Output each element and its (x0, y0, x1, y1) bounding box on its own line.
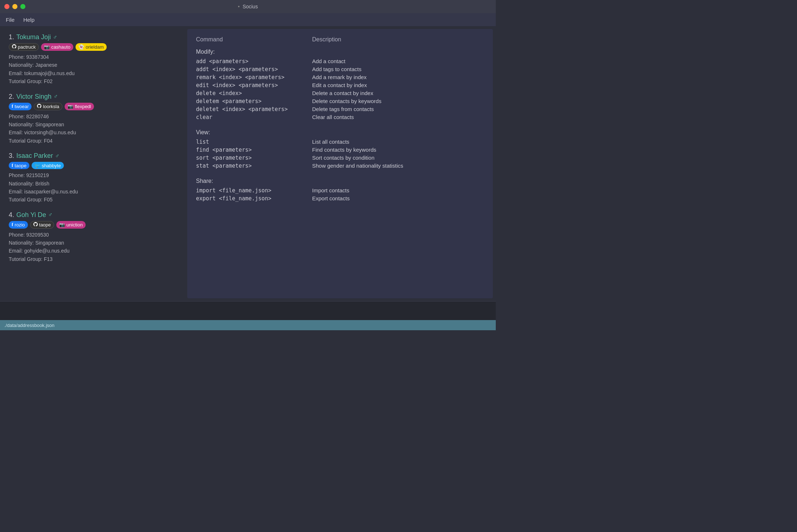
github-icon (12, 44, 16, 50)
tag-instagram: 📷flexpedl (65, 103, 94, 110)
cmd-row: sort <parameters>Sort contacts by condit… (196, 155, 484, 161)
app-title: • Socius (238, 4, 258, 9)
cmd-desc: Export contacts (312, 195, 484, 202)
tag-instagram: 📷cashauto (41, 43, 73, 51)
contact-detail: Phone: 82280746Nationality: SingaporeanE… (9, 112, 179, 145)
main-area: 1. Tokuma Joji♂pactruck📷cashauto👻orielda… (0, 26, 496, 301)
cmd-desc: Find contacts by keywords (312, 147, 484, 153)
cmd-desc: Add a contact (312, 58, 484, 65)
contact-tags: ftaope🐦shabbyte (9, 162, 179, 169)
cmd-command: stat <parameters> (196, 163, 312, 169)
contact-index: 3. (9, 152, 14, 160)
cmd-row: deletem <parameters>Delete contacts by k… (196, 98, 484, 105)
contact-index: 2. (9, 93, 14, 101)
cmd-row: remark <index> <parameters>Add a remark … (196, 74, 484, 81)
cmd-desc: Delete a contact by index (312, 90, 484, 97)
input-area[interactable] (0, 301, 496, 320)
tag-instagram: 📷uniction (56, 221, 86, 229)
cmd-row: edit <index> <parameters>Edit a contact … (196, 82, 484, 89)
cmd-command: export <file_name.json> (196, 195, 312, 202)
contact-index: 1. (9, 33, 14, 41)
contact-tags: ftwoearloorksla📷flexpedl (9, 103, 179, 110)
contact-name-text: Isaac Parker (16, 152, 53, 160)
contact-detail: Phone: 93387304Nationality: JapaneseEmai… (9, 53, 179, 86)
tag-handle: taope (39, 222, 51, 228)
command-panel[interactable]: Command Description Modify:add <paramete… (187, 29, 493, 298)
contact-tags: pactruck📷cashauto👻orieldam (9, 43, 179, 51)
cmd-desc: Delete contacts by keywords (312, 98, 484, 105)
title-dot: • (238, 4, 240, 9)
contact-entry: 4. Goh Yi De♂froziotaope📷unictionPhone: … (9, 211, 179, 263)
tag-handle: twoear (15, 104, 29, 109)
header-command: Command (196, 36, 312, 43)
cmd-command: import <file_name.json> (196, 187, 312, 194)
tag-twitter: 🐦shabbyte (32, 162, 64, 169)
contact-name-text: Victor Singh (16, 93, 52, 101)
contact-name-text: Goh Yi De (16, 211, 46, 219)
cmd-row: export <file_name.json>Export contacts (196, 195, 484, 202)
github-icon (33, 222, 38, 228)
header-description: Description (312, 36, 484, 43)
contact-entry: 3. Isaac Parker♂ftaope🐦shabbytePhone: 92… (9, 152, 179, 204)
contact-index: 4. (9, 211, 14, 219)
facebook-icon: f (12, 163, 13, 168)
contact-name: 2. Victor Singh♂ (9, 93, 179, 101)
tag-handle: orieldam (86, 44, 104, 50)
tag-handle: cashauto (51, 44, 70, 50)
menu-help[interactable]: Help (23, 17, 34, 23)
cmd-row: listList all contacts (196, 139, 484, 145)
cmd-desc: Edit a contact by index (312, 82, 484, 89)
facebook-icon: f (12, 103, 13, 109)
tag-facebook: frozio (9, 221, 28, 229)
menu-bar: File Help (0, 13, 496, 26)
cmd-desc: List all contacts (312, 139, 484, 145)
cmd-command: sort <parameters> (196, 155, 312, 161)
contact-name: 3. Isaac Parker♂ (9, 152, 179, 160)
command-header: Command Description (196, 36, 484, 43)
cmd-command: deletet <index> <parameters> (196, 106, 312, 112)
cmd-command: deletem <parameters> (196, 98, 312, 105)
snapchat-icon: 👻 (78, 44, 84, 50)
tag-github: taope (30, 221, 54, 229)
maximize-button[interactable] (20, 4, 25, 9)
cmd-command: remark <index> <parameters> (196, 74, 312, 81)
menu-file[interactable]: File (6, 17, 15, 23)
cmd-row: find <parameters>Find contacts by keywor… (196, 147, 484, 153)
cmd-command: find <parameters> (196, 147, 312, 153)
tag-handle: uniction (66, 222, 83, 228)
cmd-desc: Add a remark by index (312, 74, 484, 81)
tag-handle: rozio (15, 222, 25, 228)
contact-tags: froziotaope📷uniction (9, 221, 179, 229)
cmd-section-label-0: Modify: (196, 49, 484, 55)
cmd-row: addt <index> <parameters>Add tags to con… (196, 66, 484, 73)
title-bar: • Socius (0, 0, 496, 13)
cmd-command: add <parameters> (196, 58, 312, 65)
cmd-desc: Delete tags from contacts (312, 106, 484, 112)
cmd-command: list (196, 139, 312, 145)
tag-handle: taope (15, 163, 26, 168)
contacts-panel[interactable]: 1. Tokuma Joji♂pactruck📷cashauto👻orielda… (3, 29, 184, 298)
minimize-button[interactable] (12, 4, 17, 9)
command-input[interactable] (6, 308, 490, 314)
tag-facebook: ftwoear (9, 103, 32, 110)
instagram-icon: 📷 (44, 44, 50, 50)
cmd-row: add <parameters>Add a contact (196, 58, 484, 65)
gender-icon: ♂ (54, 93, 58, 100)
gender-icon: ♂ (53, 34, 57, 41)
contact-detail: Phone: 92150219Nationality: BritishEmail… (9, 171, 179, 204)
cmd-command: edit <index> <parameters> (196, 82, 312, 89)
cmd-command: delete <index> (196, 90, 312, 97)
gender-icon: ♂ (55, 153, 60, 159)
status-text: ./data/addressbook.json (4, 323, 54, 328)
contact-detail: Phone: 93209530Nationality: SingaporeanE… (9, 231, 179, 263)
tag-github: loorksla (34, 103, 62, 110)
tag-snapchat: 👻orieldam (75, 43, 107, 51)
cmd-row: import <file_name.json>Import contacts (196, 187, 484, 194)
instagram-icon: 📷 (68, 104, 73, 109)
contact-name: 1. Tokuma Joji♂ (9, 33, 179, 41)
contact-name-text: Tokuma Joji (16, 33, 51, 41)
gender-icon: ♂ (48, 212, 53, 218)
cmd-command: addt <index> <parameters> (196, 66, 312, 73)
cmd-section-label-2: Share: (196, 178, 484, 184)
close-button[interactable] (4, 4, 9, 9)
